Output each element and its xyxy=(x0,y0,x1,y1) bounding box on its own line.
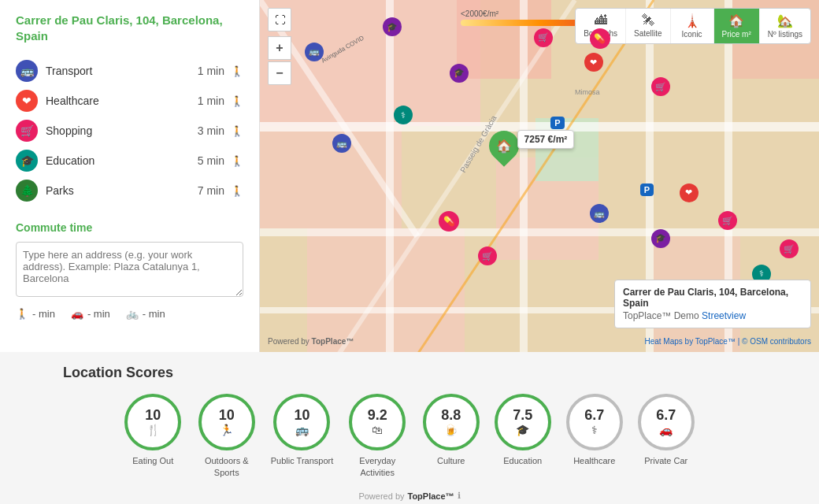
marker-health-2[interactable]: ❤ xyxy=(680,183,699,202)
score-outdoors: 10 🏃 Outdoors & Sports xyxy=(195,394,258,478)
healthcare-label: Healthcare xyxy=(46,94,198,107)
score-transport: 10 🚌 Public Transport xyxy=(271,394,333,478)
score-circle-healthcare: 6.7 ⚕ xyxy=(566,394,623,450)
car-time: - min xyxy=(87,308,110,320)
scores-grid: 10 🍴 Eating Out 10 🏃 Outdoors & Sports 1… xyxy=(16,394,803,478)
marker-shopping-5[interactable]: 🛒 xyxy=(478,246,497,265)
amenity-healthcare: ❤ Healthcare 1 min 🚶 xyxy=(16,86,243,116)
score-icon-car: 🚗 xyxy=(659,424,673,436)
commute-title: Commute time xyxy=(16,221,243,234)
bike-icon: 🚲 xyxy=(126,308,139,320)
score-everyday: 9.2 🛍 Everyday Activities xyxy=(346,394,409,478)
marker-edu-2[interactable]: 🎓 xyxy=(450,64,469,83)
marker-health-1[interactable]: ❤ xyxy=(584,53,603,72)
score-icon-everyday: 🛍 xyxy=(372,424,383,436)
score-icon-education: 🎓 xyxy=(516,424,529,436)
score-circle-outdoors: 10 🏃 xyxy=(198,394,255,450)
score-label-everyday: Everyday Activities xyxy=(346,455,409,478)
score-number-culture: 8.8 xyxy=(441,408,461,422)
amenity-education: 🎓 Education 5 min 🚶 xyxy=(16,146,243,176)
score-number-car: 6.7 xyxy=(656,408,676,422)
price-popup: 7257 €/m² xyxy=(517,130,575,149)
amenity-transport: 🚌 Transport 1 min 🚶 xyxy=(16,56,243,86)
transport-label: Transport xyxy=(46,65,198,77)
scores-title: Location Scores xyxy=(16,365,803,381)
score-number-everyday: 9.2 xyxy=(368,408,387,422)
marker-transport-2[interactable]: 🚌 xyxy=(332,134,351,153)
parking-2[interactable]: P xyxy=(640,183,654,196)
score-eating-out: 10 🍴 Eating Out xyxy=(124,394,183,478)
commute-input[interactable] xyxy=(16,242,243,297)
marker-edu-1[interactable]: 🎓 xyxy=(383,17,402,36)
education-time: 5 min xyxy=(198,154,224,167)
score-culture: 8.8 🍺 Culture xyxy=(421,394,480,478)
education-icon: 🎓 xyxy=(16,150,38,172)
sidebar: Carrer de Pau Claris, 104, Barcelona, Sp… xyxy=(0,0,260,352)
shopping-icon: 🛒 xyxy=(16,120,38,142)
commute-walk: 🚶 - min xyxy=(16,308,55,320)
score-label-healthcare: Healthcare xyxy=(573,455,615,466)
score-circle-transport: 10 🚌 xyxy=(273,394,330,450)
parks-time: 7 min xyxy=(198,184,224,197)
score-label-culture: Culture xyxy=(437,455,465,466)
score-healthcare: 6.7 ⚕ Healthcare xyxy=(565,394,624,478)
healthcare-icon: ❤ xyxy=(16,90,38,112)
score-circle-culture: 8.8 🍺 xyxy=(423,394,480,450)
bottom-bar: Powered by TopPlace™ ℹ xyxy=(0,487,819,504)
score-label-car: Private Car xyxy=(644,455,687,466)
parks-icon: 🌲 xyxy=(16,180,38,202)
score-icon-outdoors: 🏃 xyxy=(220,424,233,436)
marker-transport-1[interactable]: 🚌 xyxy=(305,43,324,61)
score-number-outdoors: 10 xyxy=(219,408,235,422)
walk-icon: 🚶 xyxy=(16,308,28,320)
marker-transport-3[interactable]: 🚌 xyxy=(590,204,609,223)
marker-shopping-4[interactable]: 🛒 xyxy=(780,239,799,258)
healthcare-time: 1 min xyxy=(198,94,224,107)
score-education: 7.5 🎓 Education xyxy=(493,394,552,478)
marker-pharmacy-1[interactable]: ⚕ xyxy=(394,106,413,124)
walk-icon-education: 🚶 xyxy=(231,155,243,167)
score-number-education: 7.5 xyxy=(513,408,532,422)
education-label: Education xyxy=(46,154,198,167)
score-icon-culture: 🍺 xyxy=(444,424,458,436)
walk-icon-healthcare: 🚶 xyxy=(231,95,243,107)
score-label-eating: Eating Out xyxy=(132,455,173,466)
commute-bike: 🚲 - min xyxy=(126,308,165,320)
streetview-link[interactable]: Streetview xyxy=(702,310,746,321)
marker-shopping-3[interactable]: 🛒 xyxy=(718,211,737,230)
score-icon-healthcare: ⚕ xyxy=(591,424,598,436)
marker-drug-1[interactable]: 💊 xyxy=(590,28,610,49)
score-circle-everyday: 9.2 🛍 xyxy=(349,394,406,450)
street-info-title: Carrer de Pau Claris, 104, Barcelona, Sp… xyxy=(623,287,802,309)
walk-icon-shopping: 🚶 xyxy=(231,125,243,137)
address-title: Carrer de Pau Claris, 104, Barcelona, Sp… xyxy=(16,13,243,43)
parking-1[interactable]: P xyxy=(550,117,564,129)
map-area[interactable]: Passeig de Gràcia Mimosa Avinguda COVID … xyxy=(260,0,819,352)
score-number-eating: 10 xyxy=(145,408,161,422)
marker-drug-2[interactable]: 💊 xyxy=(439,211,459,232)
scores-section: Location Scores 10 🍴 Eating Out 10 🏃 Out… xyxy=(0,352,819,487)
car-icon: 🚗 xyxy=(71,308,83,320)
commute-car: 🚗 - min xyxy=(71,308,110,320)
street-info-sub: TopPlace™ Demo Streetview xyxy=(623,310,802,321)
info-icon[interactable]: ℹ xyxy=(458,491,461,501)
walk-icon-parks: 🚶 xyxy=(231,185,243,197)
commute-times: 🚶 - min 🚗 - min 🚲 - min xyxy=(16,308,243,320)
powered-by-label: Powered by xyxy=(358,491,404,501)
marker-edu-3[interactable]: 🎓 xyxy=(651,229,670,248)
score-icon-eating: 🍴 xyxy=(146,424,160,436)
commute-section: Commute time 🚶 - min 🚗 - min 🚲 - min xyxy=(16,221,243,320)
marker-shopping-2[interactable]: 🛒 xyxy=(651,77,670,96)
score-circle-car: 6.7 🚗 xyxy=(638,394,695,450)
transport-time: 1 min xyxy=(198,65,224,77)
topplace-footer-brand: TopPlace™ xyxy=(408,491,454,501)
marker-shopping-1[interactable]: 🛒 xyxy=(534,28,553,47)
score-private-car: 6.7 🚗 Private Car xyxy=(636,394,695,478)
score-label-transport: Public Transport xyxy=(271,455,333,466)
street-info-box: Carrer de Pau Claris, 104, Barcelona, Sp… xyxy=(614,280,811,328)
score-number-healthcare: 6.7 xyxy=(584,408,604,422)
transport-icon: 🚌 xyxy=(16,60,38,82)
bike-time: - min xyxy=(143,308,165,320)
score-label-education: Education xyxy=(503,455,542,466)
walk-time: - min xyxy=(32,308,55,320)
